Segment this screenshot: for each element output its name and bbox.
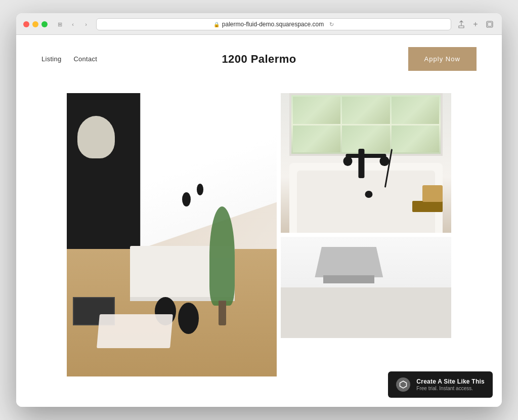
lr-pendant1 — [182, 192, 191, 206]
squarespace-icon — [396, 377, 410, 392]
gallery-image-kitchen — [281, 237, 451, 338]
toast-main-text: Create A Site Like This — [416, 378, 485, 385]
bath-window-pane — [342, 97, 390, 124]
bath-window-pane — [293, 97, 340, 124]
gallery-image-living-room — [67, 93, 277, 376]
traffic-lights — [23, 21, 48, 27]
toast-notification[interactable]: Create A Site Like This Free trial. Inst… — [388, 371, 493, 398]
gallery-right-column — [281, 93, 451, 376]
lr-skylight — [169, 136, 217, 164]
new-tab-icon[interactable]: + — [470, 19, 481, 29]
gallery-image-bathroom — [281, 93, 451, 233]
bath-window — [289, 93, 443, 156]
contact-nav-link[interactable]: Contact — [73, 55, 97, 63]
bath-sponge — [422, 185, 443, 202]
nav-left: Listing Contact — [41, 55, 97, 63]
bath-window-pane — [342, 125, 390, 153]
close-button[interactable] — [23, 21, 29, 27]
tab-overview-icon[interactable] — [485, 19, 495, 29]
lr-rug — [97, 314, 173, 348]
lr-stool2 — [178, 303, 199, 334]
kitchen-range-hood — [315, 247, 383, 277]
reload-icon[interactable]: ↻ — [329, 21, 334, 28]
apply-now-button[interactable]: Apply Now — [408, 47, 477, 71]
lr-plant — [209, 206, 235, 306]
bath-window-pane — [392, 97, 439, 124]
address-bar[interactable]: 🔒 palermo-fluid-demo.squarespace.com ↻ — [96, 18, 451, 30]
lr-pendant2 — [197, 184, 203, 195]
browser-controls: ⊞ ‹ › — [55, 19, 91, 29]
bath-window-pane — [392, 125, 439, 153]
lr-skull — [77, 116, 115, 158]
lock-icon: 🔒 — [213, 22, 220, 27]
minimize-button[interactable] — [32, 21, 38, 27]
kitchen-hood-bottom — [323, 275, 374, 283]
faucet-knob-right — [380, 156, 389, 166]
site-content: Listing Contact 1200 Palermo Apply Now — [16, 35, 502, 407]
bath-faucet — [340, 149, 392, 198]
apply-now-button-wrapper: Apply Now — [408, 47, 477, 71]
faucet-arm — [346, 154, 386, 158]
forward-button[interactable]: › — [81, 19, 91, 29]
faucet-knob-left — [343, 156, 352, 166]
living-room-image — [67, 93, 277, 376]
svg-rect-1 — [488, 22, 492, 26]
url-text: palermo-fluid-demo.squarespace.com — [222, 21, 324, 28]
faucet-main — [358, 149, 364, 178]
site-nav: Listing Contact 1200 Palermo Apply Now — [16, 35, 502, 83]
bath-tray — [412, 201, 443, 212]
site-title: 1200 Palermo — [222, 53, 296, 66]
toast-text-container: Create A Site Like This Free trial. Inst… — [416, 378, 485, 391]
toast-sub-text: Free trial. Instant access. — [416, 386, 485, 391]
tab-switcher-icon[interactable]: ⊞ — [55, 19, 65, 29]
bath-window-pane — [293, 125, 340, 153]
share-icon[interactable] — [456, 19, 466, 29]
gallery-section: Create A Site Like This Free trial. Inst… — [16, 83, 502, 407]
maximize-button[interactable] — [41, 21, 48, 27]
kitchen-counter — [281, 287, 451, 338]
browser-actions: + — [456, 19, 495, 29]
listing-nav-link[interactable]: Listing — [41, 55, 61, 63]
back-button[interactable]: ‹ — [68, 19, 78, 29]
faucet-drain — [365, 191, 372, 198]
gallery-grid — [41, 83, 477, 392]
browser-chrome: ⊞ ‹ › 🔒 palermo-fluid-demo.squarespace.c… — [16, 13, 502, 35]
browser-window: ⊞ ‹ › 🔒 palermo-fluid-demo.squarespace.c… — [16, 13, 502, 407]
